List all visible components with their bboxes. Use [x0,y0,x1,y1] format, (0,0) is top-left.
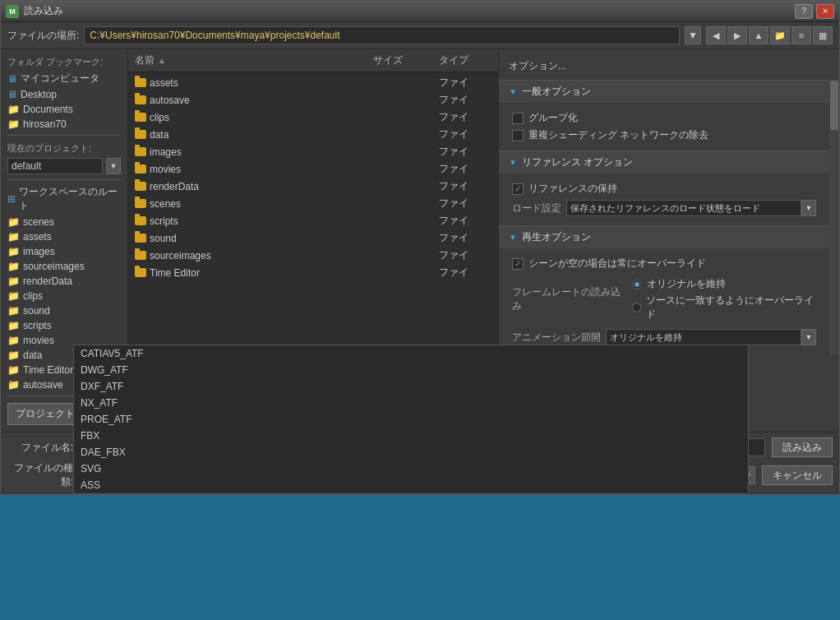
file-list-header: 名前 ▲ サイズ タイプ [128,49,498,72]
general-collapse-arrow: ▼ [509,87,517,96]
general-options-content: グループ化 重複シェーディング ネットワークの除去 [499,103,829,150]
option-duplicate-shading-label: 重複シェーディング ネットワークの除去 [528,128,708,142]
option-duplicate-shading: 重複シェーディング ネットワークの除去 [512,127,816,144]
radio-keep-original-dot[interactable] [632,280,642,289]
titlebar: M 読み込み ? ✕ [1,1,839,22]
sidebar-item-images[interactable]: 📁 images [1,244,127,259]
sidebar-item-assets[interactable]: 📁 assets [1,229,127,244]
folder-icon-small [135,216,146,225]
folder-icon-small [135,95,146,104]
col-header-type[interactable]: タイプ [432,52,498,69]
reference-options-title: リファレンス オプション [522,155,633,169]
animation-dropdown-btn[interactable]: ▼ [801,329,816,345]
list-item[interactable]: FBX [74,428,748,444]
file-size [367,117,432,118]
file-type: ファイ [432,230,498,246]
general-options-header[interactable]: ▼ 一般オプション [499,81,829,103]
list-item[interactable]: ASS [74,477,748,493]
table-row[interactable]: scripts ファイ [128,212,498,229]
animation-label: アニメーション節開 [512,331,601,345]
file-size [367,203,432,205]
options-vscrollbar[interactable] [829,80,839,354]
table-row[interactable]: renderData ファイ [128,178,498,195]
file-name: assets [150,77,178,89]
list-item[interactable]: DAE_FBX [74,444,748,460]
sidebar-item-mycomputer[interactable]: 🖥 マイコンピュータ [1,70,127,87]
sidebar-item-scripts[interactable]: 📁 scripts [1,318,127,333]
table-row[interactable]: assets ファイ [128,74,498,91]
col-header-size[interactable]: サイズ [367,52,432,69]
list-item[interactable]: SVG [74,460,748,477]
option-load-setting: ロード設定 保存されたリファレンスのロード状態をロード ▼ [512,197,816,219]
file-size [367,151,432,153]
sidebar-item-scenes[interactable]: 📁 scenes [1,215,127,229]
sidebar-item-hirosan70[interactable]: 📁 hirosan70 [1,117,127,132]
reference-options-content: ✓ リファレンスの保持 ロード設定 保存されたリファレンスのロード状態をロード [499,174,829,225]
project-dropdown-btn[interactable]: ▼ [106,158,121,174]
table-row[interactable]: Time Editor ファイ [128,264,498,281]
movies-folder-icon: 📁 [7,335,20,346]
nav-up-btn[interactable]: ▲ [749,26,768,44]
path-label: ファイルの場所: [7,29,79,43]
radio-override-to-match-dot[interactable] [632,303,642,312]
table-row[interactable]: autosave ファイ [128,91,498,109]
list-item[interactable]: PROE_ATF [74,411,748,428]
folder-icon-small [135,234,146,243]
folder-icon-small [135,147,146,156]
grid-view-btn[interactable]: ▦ [813,26,833,44]
help-button[interactable]: ? [795,4,813,19]
sidebar-item-renderdata[interactable]: 📁 renderData [1,274,127,289]
sound-folder-icon: 📁 [7,305,20,317]
table-row[interactable]: sound ファイ [128,229,498,247]
list-item[interactable]: NX_ATF [74,395,748,411]
list-view-btn[interactable]: ≡ [792,26,811,44]
playback-options-header[interactable]: ▼ 再生オプション [499,226,829,248]
radio-keep-original: オリジナルを維持 [632,277,816,291]
sidebar-item-documents[interactable]: 📁 Documents [1,102,127,117]
path-input[interactable] [84,26,680,44]
load-setting-select[interactable]: 保存されたリファレンスのロード状態をロード [566,200,801,216]
table-row[interactable]: images ファイ [128,143,498,160]
options-title: オプション... [499,56,839,80]
list-item[interactable]: CATIAV5_ATF [74,345,748,362]
new-folder-btn[interactable]: 📁 [770,26,790,44]
table-row[interactable]: movies ファイ [128,160,498,178]
sidebar-item-sound[interactable]: 📁 sound [1,303,127,318]
file-size [367,272,432,274]
load-button[interactable]: 読み込み [772,437,833,457]
load-setting-dropdown-btn[interactable]: ▼ [801,200,816,216]
checkbox-grouping[interactable] [512,113,524,124]
table-row[interactable]: scenes ファイ [128,195,498,212]
reference-options-header[interactable]: ▼ リファレンス オプション [499,151,829,174]
table-row[interactable]: data ファイ [128,126,498,143]
checkbox-duplicate-shading[interactable] [512,130,524,141]
framerate-radio-group: オリジナルを維持 ソースに一致するようにオーバーライド [632,275,816,324]
list-item[interactable]: DWG_ATF [74,362,748,378]
table-row[interactable]: clips ファイ [128,109,498,126]
playback-options-title: 再生オプション [522,230,591,244]
cancel-button[interactable]: キャンセル [762,465,833,485]
computer-icon: 🖥 [7,73,17,85]
main-content: ファイルの場所: ▼ ◀ ▶ ▲ 📁 ≡ ▦ フォルダ ブックマーク: 🖥 マイ… [1,22,839,494]
file-size [367,186,432,187]
checkbox-keep-reference[interactable]: ✓ [512,183,524,195]
animation-select[interactable]: オリジナルを維持 [606,329,801,345]
col-header-name[interactable]: 名前 ▲ [128,52,367,69]
table-row[interactable]: sourceimages ファイ [128,247,498,264]
file-name: images [150,146,182,158]
list-item[interactable]: DXF_ATF [74,378,748,395]
sidebar-item-desktop[interactable]: 🖥 Desktop [1,87,127,102]
close-button[interactable]: ✕ [816,4,834,19]
sidebar-item-workspace-root[interactable]: ⊞ ワークスペースのルート [1,183,127,215]
sidebar-divider2 [7,179,121,180]
nav-back-btn[interactable]: ◀ [706,26,726,44]
file-type: ファイ [432,75,498,90]
file-size [367,220,432,222]
sidebar-item-sourceimages[interactable]: 📁 sourceimages [1,259,127,274]
framerate-row: フレームレートの読み込み オリジナルを維持 ソースに一致 [512,272,816,326]
path-dropdown-btn[interactable]: ▼ [685,26,701,44]
checkbox-always-override[interactable]: ✓ [512,258,524,270]
nav-forward-btn[interactable]: ▶ [727,26,747,44]
sidebar-item-clips[interactable]: 📁 clips [1,289,127,303]
folder-icon-small [135,164,146,174]
